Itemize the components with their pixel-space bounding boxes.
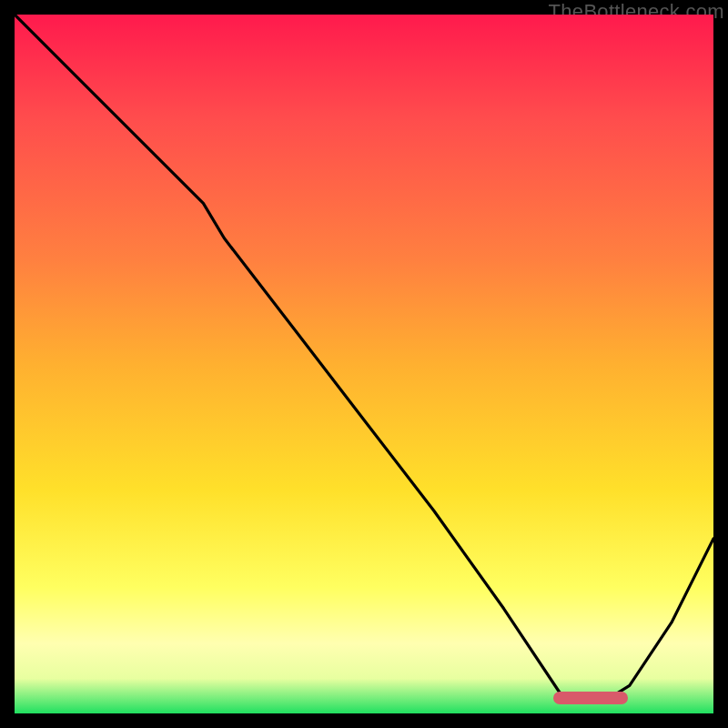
bottleneck-curve [15,15,713,713]
plot-area [15,15,713,713]
optimum-range-marker [553,692,628,704]
chart-frame: TheBottleneck.com [0,0,728,728]
